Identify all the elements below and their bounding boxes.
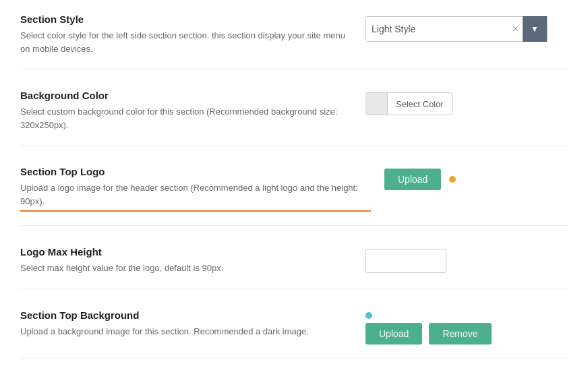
section-top-background-block: Section Top Background Upload a backgrou… <box>20 309 568 359</box>
background-color-desc: Select custom background color for this … <box>20 105 352 131</box>
background-color-block: Background Color Select custom backgroun… <box>20 90 568 146</box>
dropdown-input[interactable] <box>366 17 508 41</box>
logo-max-height-block: Logo Max Height Select max height value … <box>20 246 568 289</box>
color-swatch <box>366 92 388 115</box>
orange-dot-indicator <box>449 176 456 183</box>
section-top-logo-title: Section Top Logo <box>20 166 371 177</box>
chevron-down-icon: ▼ <box>531 24 539 34</box>
section-top-background-remove-button[interactable]: Remove <box>429 323 491 345</box>
section-style-title: Section Style <box>20 13 352 25</box>
background-color-title: Background Color <box>20 90 352 101</box>
dropdown-clear-button[interactable]: × <box>508 24 523 34</box>
section-style-block: Section Style Select color style for the… <box>20 13 568 69</box>
section-style-desc: Select color style for the left side sec… <box>20 29 352 55</box>
section-top-background-title: Section Top Background <box>20 309 352 321</box>
logo-max-height-title: Logo Max Height <box>20 246 352 258</box>
logo-max-height-input[interactable] <box>365 249 446 273</box>
color-select-button[interactable]: Select Color <box>365 92 452 115</box>
section-top-background-desc: Upload a background image for this secti… <box>20 325 352 338</box>
section-top-logo-desc: Upload a logo image for the header secti… <box>20 181 371 212</box>
section-top-background-upload-button[interactable]: Upload <box>365 323 422 345</box>
section-top-logo-block: Section Top Logo Upload a logo image for… <box>20 166 568 226</box>
upload-remove-row: Upload Remove <box>365 323 492 345</box>
section-top-logo-upload-button[interactable]: Upload <box>384 169 441 190</box>
blue-dot-indicator <box>365 312 372 319</box>
underline-decoration <box>20 210 371 212</box>
section-style-dropdown[interactable]: × ▼ <box>365 16 548 42</box>
logo-max-height-desc: Select max height value for the logo, de… <box>20 262 352 275</box>
color-select-label: Select Color <box>388 99 452 109</box>
dropdown-arrow-button[interactable]: ▼ <box>523 16 547 42</box>
